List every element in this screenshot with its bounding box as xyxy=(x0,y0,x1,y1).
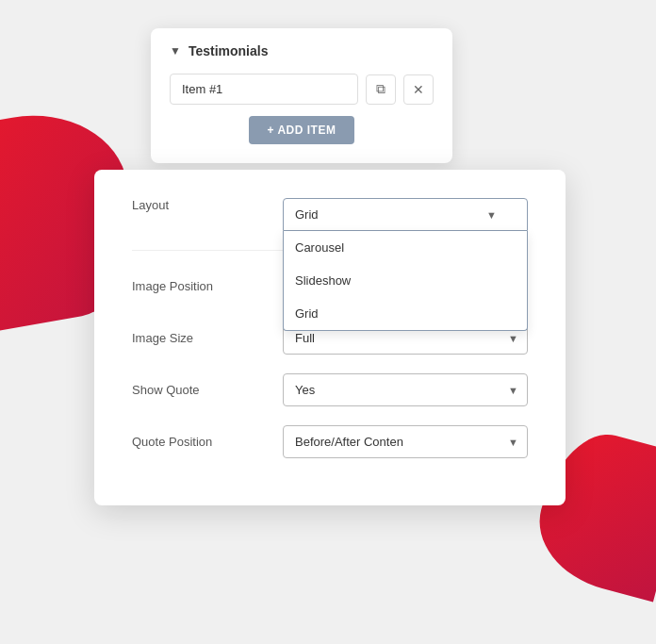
copy-button[interactable]: ⧉ xyxy=(366,74,396,105)
delete-button[interactable]: ✕ xyxy=(403,74,434,105)
layout-row: Layout Grid ▼ Carousel Slideshow Grid xyxy=(132,198,528,231)
image-size-label: Image Size xyxy=(132,331,283,345)
dropdown-option-grid[interactable]: Grid xyxy=(284,297,527,330)
quote-position-control: Before/After Conten Above Below ▼ xyxy=(283,425,528,458)
add-item-button[interactable]: + ADD ITEM xyxy=(249,116,355,144)
item-row: ⧉ ✕ xyxy=(170,74,434,105)
quote-position-label: Quote Position xyxy=(132,435,283,449)
layout-selected-value: Grid xyxy=(295,207,319,222)
layout-select-wrapper: Grid ▼ Carousel Slideshow Grid xyxy=(283,198,528,231)
dropdown-option-carousel[interactable]: Carousel xyxy=(284,231,527,264)
quote-position-select[interactable]: Before/After Conten Above Below xyxy=(283,425,528,458)
show-quote-row: Show Quote Yes No ▼ xyxy=(132,373,528,406)
layout-label: Layout xyxy=(132,198,283,212)
panel-title: Testimonials xyxy=(189,43,269,58)
image-position-label: Image Position xyxy=(132,279,283,293)
quote-position-row: Quote Position Before/After Conten Above… xyxy=(132,425,528,458)
item-input[interactable] xyxy=(170,74,358,105)
layout-select-button[interactable]: Grid ▼ xyxy=(283,198,528,231)
dropdown-option-slideshow[interactable]: Slideshow xyxy=(284,264,527,297)
testimonials-panel: ▼ Testimonials ⧉ ✕ + ADD ITEM xyxy=(151,28,452,163)
show-quote-label: Show Quote xyxy=(132,383,283,397)
dropdown-arrow-icon: ▼ xyxy=(486,209,497,221)
panel-header: ▼ Testimonials xyxy=(170,43,434,58)
settings-panel: Layout Grid ▼ Carousel Slideshow Grid Im… xyxy=(94,170,566,505)
show-quote-control: Yes No ▼ xyxy=(283,373,528,406)
close-icon: ✕ xyxy=(413,82,424,97)
layout-dropdown: Carousel Slideshow Grid xyxy=(283,231,528,331)
collapse-icon[interactable]: ▼ xyxy=(170,44,181,58)
show-quote-select[interactable]: Yes No xyxy=(283,373,528,406)
copy-icon: ⧉ xyxy=(376,81,385,97)
